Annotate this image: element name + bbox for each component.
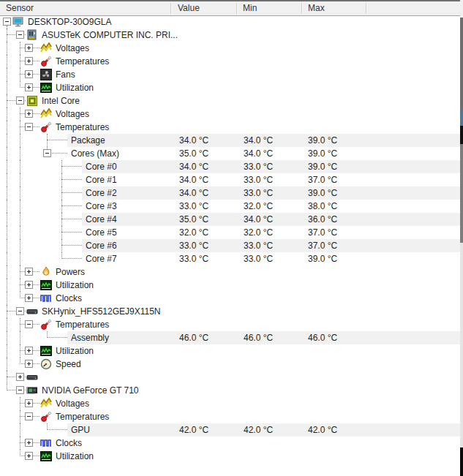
collapse-toggle[interactable] <box>3 18 11 26</box>
collapse-toggle[interactable] <box>43 149 51 157</box>
column-separator[interactable] <box>236 3 238 14</box>
tree-guide <box>20 186 20 200</box>
sensor-label: Voltages <box>56 397 89 410</box>
tree-guide <box>20 42 20 55</box>
collapse-toggle[interactable] <box>16 31 24 39</box>
tree-guide <box>7 173 7 186</box>
min-cell: 34.0 °C <box>244 147 273 160</box>
tree-row[interactable]: Assembly46.0 °C46.0 °C46.0 °C <box>0 331 463 344</box>
max-cell: 39.0 °C <box>308 134 337 147</box>
expand-toggle[interactable] <box>25 452 33 460</box>
expand-toggle[interactable] <box>16 373 24 381</box>
tree-row[interactable]: Core #633.0 °C33.0 °C37.0 °C <box>0 239 463 252</box>
tree-row[interactable]: NVIDIA GeForce GT 710 <box>0 384 463 397</box>
expand-toggle[interactable] <box>25 268 33 276</box>
collapse-toggle[interactable] <box>16 307 24 315</box>
utilization-icon <box>40 279 52 291</box>
column-header-value[interactable]: Value <box>178 1 200 15</box>
voltage-icon <box>40 42 52 54</box>
tree-row[interactable]: Core #034.0 °C33.0 °C39.0 °C <box>0 160 463 173</box>
tree-row[interactable]: Powers <box>0 265 463 279</box>
tree-row[interactable]: Voltages <box>0 107 463 121</box>
tree-row[interactable]: Package34.0 °C34.0 °C39.0 °C <box>0 134 463 147</box>
expand-toggle[interactable] <box>25 439 33 447</box>
tree-row[interactable]: Cores (Max)35.0 °C34.0 °C39.0 °C <box>0 147 463 160</box>
toggle-glyph <box>18 100 22 101</box>
sensor-label: DESKTOP-30O9GLA <box>28 15 112 29</box>
expand-toggle[interactable] <box>25 281 33 289</box>
tree-row[interactable]: Core #134.0 °C33.0 °C37.0 °C <box>0 173 463 186</box>
toggle-glyph <box>18 390 22 390</box>
tree-row[interactable]: Temperatures <box>0 318 463 331</box>
tree-row[interactable]: Core #733.0 °C33.0 °C39.0 °C <box>0 252 463 265</box>
tree-guide <box>20 173 20 186</box>
column-separator[interactable] <box>170 3 172 14</box>
tree-guide <box>7 29 7 42</box>
tree-row[interactable]: Speed <box>0 358 463 371</box>
tree-row[interactable]: GPU42.0 °C42.0 °C42.0 °C <box>0 423 463 437</box>
collapse-toggle[interactable] <box>16 97 24 105</box>
tree-row[interactable]: Clocks <box>0 292 463 305</box>
tree-row[interactable]: Utilization <box>0 344 463 358</box>
tree-row[interactable]: Temperatures <box>0 121 463 134</box>
collapse-toggle[interactable] <box>25 320 33 328</box>
tree-row[interactable]: Core #333.0 °C32.0 °C38.0 °C <box>0 200 463 213</box>
tree-row[interactable]: SKHynix_HFS512GEJ9X115N <box>0 305 463 318</box>
max-cell: 39.0 °C <box>308 186 337 200</box>
expand-toggle[interactable] <box>25 44 33 52</box>
sensor-label: ASUSTeK COMPUTER INC. PRI... <box>42 29 178 42</box>
tree-row[interactable]: Intel Core <box>0 94 463 107</box>
min-cell: 42.0 °C <box>244 423 273 437</box>
tree-row[interactable]: Utilization <box>0 450 463 463</box>
sensor-label: Powers <box>56 265 85 279</box>
expand-toggle[interactable] <box>25 70 33 78</box>
tree-guide <box>20 68 20 81</box>
expand-toggle[interactable] <box>25 399 33 407</box>
tree-guide <box>61 166 82 167</box>
column-header-max[interactable]: Max <box>308 1 325 15</box>
tree-row[interactable]: Voltages <box>0 42 463 55</box>
expand-toggle[interactable] <box>25 360 33 368</box>
tree-row[interactable]: ASUSTeK COMPUTER INC. PRI... <box>0 29 463 42</box>
tree-row[interactable]: Core #532.0 °C32.0 °C37.0 °C <box>0 226 463 239</box>
expand-toggle[interactable] <box>25 57 33 65</box>
expand-toggle[interactable] <box>25 347 33 355</box>
tree-row[interactable]: Temperatures <box>0 410 463 423</box>
sensor-label: GPU <box>71 423 90 437</box>
column-header-min[interactable]: Min <box>243 1 257 15</box>
min-cell: 34.0 °C <box>244 213 273 226</box>
value-cell: 32.0 °C <box>179 226 208 239</box>
expand-toggle[interactable] <box>25 294 33 302</box>
tree-row[interactable]: DESKTOP-30O9GLA <box>0 15 463 29</box>
collapse-toggle[interactable] <box>25 123 33 131</box>
power-icon <box>40 266 52 278</box>
tree-row[interactable]: Utilization <box>0 81 463 94</box>
tree-guide <box>47 429 67 430</box>
tree-row[interactable]: Fans <box>0 68 463 81</box>
min-cell: 33.0 °C <box>244 239 273 252</box>
tree-guide <box>7 213 7 226</box>
toggle-glyph <box>27 126 31 127</box>
background-window-edge-segment <box>460 0 463 18</box>
tree-row[interactable]: Voltages <box>0 397 463 410</box>
tree-guide <box>61 173 62 186</box>
tree-guide <box>20 279 20 292</box>
tree-row[interactable]: Core #234.0 °C33.0 °C39.0 °C <box>0 186 463 200</box>
expand-toggle[interactable] <box>25 83 33 91</box>
column-separator[interactable] <box>301 3 303 14</box>
collapse-toggle[interactable] <box>16 386 24 394</box>
tree-row[interactable]: Temperatures <box>0 55 463 68</box>
value-cell: 35.0 °C <box>179 147 208 160</box>
tree-row[interactable]: Core #435.0 °C34.0 °C36.0 °C <box>0 213 463 226</box>
tree-row[interactable]: Utilization <box>0 279 463 292</box>
tree-row[interactable]: Clocks <box>0 437 463 450</box>
collapse-toggle[interactable] <box>25 412 33 420</box>
tree-guide <box>7 318 7 331</box>
toggle-glyph <box>29 454 29 458</box>
column-separator[interactable] <box>366 3 367 14</box>
expand-toggle[interactable] <box>25 110 33 118</box>
tree-guide <box>20 344 20 358</box>
tree-guide <box>61 258 82 259</box>
column-header-sensor[interactable]: Sensor <box>6 1 34 15</box>
tree-row[interactable] <box>0 371 463 384</box>
